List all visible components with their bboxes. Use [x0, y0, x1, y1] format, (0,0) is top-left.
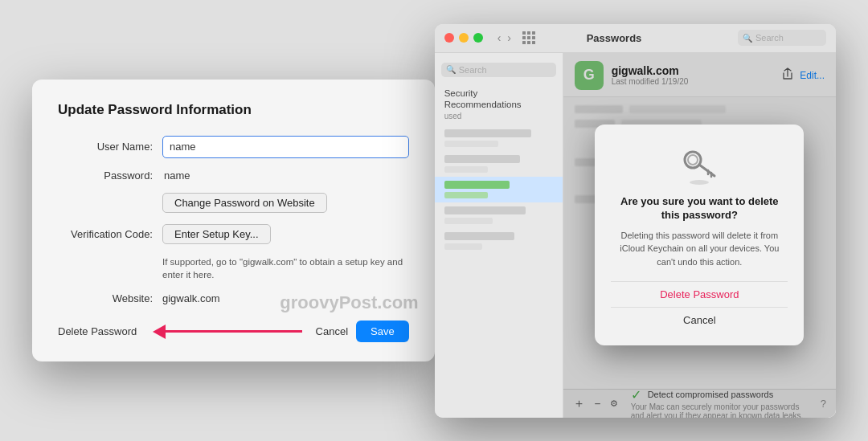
minimize-button[interactable]: [459, 33, 469, 43]
alert-message: Deleting this password will delete it fr…: [611, 229, 788, 269]
sidebar-item-detail: used: [444, 111, 553, 121]
dialog-title: Update Password Information: [58, 102, 409, 118]
dialog-bottom-actions: Delete Password Cancel Save: [58, 321, 409, 342]
website-row: Website: gigwalk.com: [58, 292, 409, 304]
website-label: Website:: [58, 292, 162, 304]
alert-title: Are you sure you want to delete this pas…: [611, 195, 788, 223]
right-actions: Cancel Save: [316, 321, 409, 342]
change-password-on-website-button[interactable]: Change Password on Website: [162, 193, 327, 213]
verification-label: Verification Code:: [58, 228, 162, 240]
fullscreen-button[interactable]: [473, 33, 483, 43]
verification-hint: If supported, go to "gigwalk.com" to obt…: [162, 255, 409, 281]
cancel-button[interactable]: Cancel: [316, 325, 348, 337]
key-icon: [678, 144, 720, 186]
username-input[interactable]: [162, 136, 409, 158]
delete-confirmation-dialog: Are you sure you want to delete this pas…: [595, 125, 804, 345]
title-bar-search[interactable]: 🔍 Search: [738, 30, 826, 46]
main-content: G gigwalk.com Last modified 1/19/20 Edit…: [563, 53, 836, 418]
sidebar-item-label: Security Recommendations: [444, 88, 553, 112]
passwords-app-window: ‹ › Passwords 🔍 Search 🔍 Search Security…: [435, 24, 836, 418]
close-button[interactable]: [444, 33, 454, 43]
sidebar-item-row4[interactable]: [435, 228, 563, 254]
setup-key-button[interactable]: Enter Setup Key...: [162, 224, 271, 244]
password-row: Password: name: [58, 169, 409, 182]
sidebar-item-gigwalk[interactable]: [435, 177, 563, 202]
alert-cancel-button[interactable]: Cancel: [611, 307, 788, 333]
sidebar-item-row1[interactable]: [435, 125, 563, 151]
app-body: 🔍 Search Security Recommendations used: [435, 53, 836, 418]
password-value: name: [162, 169, 190, 182]
alert-delete-button[interactable]: Delete Password: [611, 281, 788, 307]
password-label: Password:: [58, 169, 162, 182]
save-button[interactable]: Save: [356, 321, 409, 342]
sidebar-item-row3[interactable]: [435, 202, 563, 228]
website-value: gigwalk.com: [162, 292, 220, 304]
delete-confirmation-overlay: Are you sure you want to delete this pas…: [563, 53, 836, 418]
sidebar-search-text: Search: [459, 65, 487, 75]
update-password-dialog: Update Password Information User Name: P…: [32, 80, 435, 361]
svg-point-5: [690, 180, 709, 185]
search-icon: 🔍: [743, 34, 752, 43]
username-label: User Name:: [58, 141, 162, 153]
arrow-line: [166, 330, 302, 333]
svg-point-1: [688, 155, 698, 165]
key-icon-container: [678, 144, 720, 186]
search-placeholder: Search: [755, 33, 784, 43]
sidebar-item-security[interactable]: Security Recommendations used: [435, 84, 563, 126]
verification-row: Verification Code: Enter Setup Key...: [58, 224, 409, 244]
traffic-lights: [444, 33, 483, 43]
title-bar: ‹ › Passwords 🔍 Search: [435, 24, 836, 53]
arrow-head: [153, 325, 166, 339]
sidebar-search[interactable]: 🔍 Search: [441, 63, 556, 77]
sidebar-item-row2[interactable]: [435, 151, 563, 177]
sidebar-search-icon: 🔍: [446, 65, 456, 74]
change-password-row: Change Password on Website: [58, 193, 409, 213]
arrow-indicator: [154, 325, 302, 339]
username-row: User Name:: [58, 136, 409, 158]
sidebar: 🔍 Search Security Recommendations used: [435, 53, 563, 418]
window-title: Passwords: [497, 32, 731, 44]
delete-password-button[interactable]: Delete Password: [58, 325, 137, 337]
